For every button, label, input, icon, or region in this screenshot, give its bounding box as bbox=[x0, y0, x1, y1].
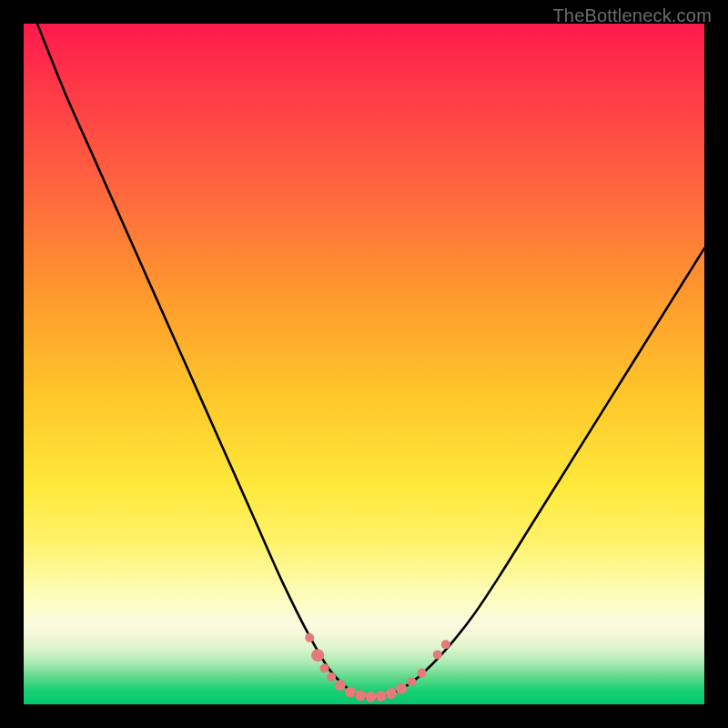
chart-frame: TheBottleneck.com bbox=[0, 0, 728, 728]
plot-area bbox=[24, 24, 704, 704]
watermark-text: TheBottleneck.com bbox=[552, 5, 712, 26]
